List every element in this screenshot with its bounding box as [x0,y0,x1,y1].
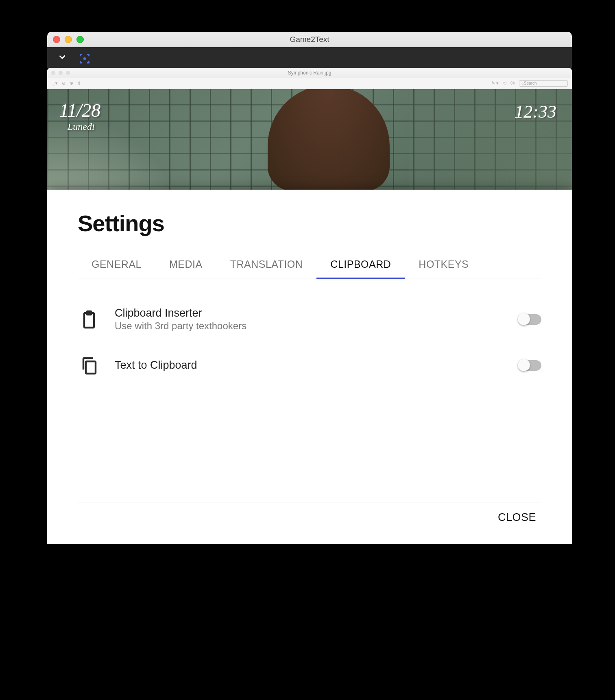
toggle-knob [518,359,530,371]
zoom-out-icon[interactable]: ⊖ [62,81,65,86]
copy-icon [78,354,100,376]
sidebar-icon[interactable]: ▢▾ [51,81,58,86]
rotate-icon[interactable]: ⟲ [503,81,506,86]
app-toolbar [47,47,572,68]
preview-titlebar: Symphonic Rain.jpg [47,68,572,78]
setting-title-label: Clipboard Inserter [115,307,519,319]
settings-tabs: GENERAL MEDIA TRANSLATION CLIPBOARD HOTK… [78,253,541,278]
setting-title-label: Text to Clipboard [115,359,519,372]
tab-clipboard[interactable]: CLIPBOARD [316,253,405,279]
game-date: 11/28 [59,100,100,121]
edit-icon[interactable]: ✎ ▾ [491,81,499,86]
clipboard-icon [78,308,100,330]
tab-hotkeys[interactable]: HOTKEYS [405,253,482,278]
content-area: Symphonic Rain.jpg ▢▾ ⊖ ⊕ ⇧ ✎ ▾ ⟲ ⓐ ⌕ Se… [47,68,572,626]
settings-modal: Settings GENERAL MEDIA TRANSLATION CLIPB… [47,190,572,544]
preview-search-input[interactable]: ⌕ Search [519,80,568,87]
preview-toolbar: ▢▾ ⊖ ⊕ ⇧ ✎ ▾ ⟲ ⓐ ⌕ Search [47,78,572,89]
markup-icon[interactable]: ⓐ [510,80,515,86]
window-title: Game2Text [47,35,572,44]
close-button[interactable]: CLOSE [495,503,539,532]
capture-region-button[interactable] [79,53,89,63]
svg-point-0 [84,58,85,59]
dropdown-button[interactable] [57,52,68,64]
preview-filename: Symphonic Rain.jpg [47,70,572,76]
search-placeholder: Search [524,81,537,85]
modal-footer: CLOSE [47,503,572,532]
game-day: Lunedi [68,121,100,132]
setting-clipboard-inserter: Clipboard Inserter Use with 3rd party te… [78,301,541,348]
game-time: 12:33 [515,101,556,122]
toggle-text-to-clipboard[interactable] [519,360,541,371]
share-icon[interactable]: ⇧ [77,81,81,86]
tab-media[interactable]: MEDIA [155,253,216,278]
toggle-knob [518,313,530,325]
character-silhouette [268,89,390,191]
svg-rect-2 [87,311,92,315]
setting-text: Text to Clipboard [115,359,519,372]
tab-general[interactable]: GENERAL [78,253,155,278]
zoom-in-icon[interactable]: ⊕ [70,81,73,86]
setting-text: Clipboard Inserter Use with 3rd party te… [115,307,519,332]
titlebar: Game2Text [47,32,572,47]
tab-translation[interactable]: TRANSLATION [216,253,317,278]
game-date-badge: 11/28 Lunedi [59,100,100,132]
app-window: Game2Text Symphonic Rain.jpg [47,32,572,626]
setting-subtitle-label: Use with 3rd party texthookers [115,320,519,332]
toggle-clipboard-inserter[interactable] [519,314,541,325]
svg-rect-3 [86,361,96,374]
setting-text-to-clipboard: Text to Clipboard [78,348,541,393]
settings-list: Clipboard Inserter Use with 3rd party te… [78,301,541,503]
settings-title: Settings [78,210,572,236]
